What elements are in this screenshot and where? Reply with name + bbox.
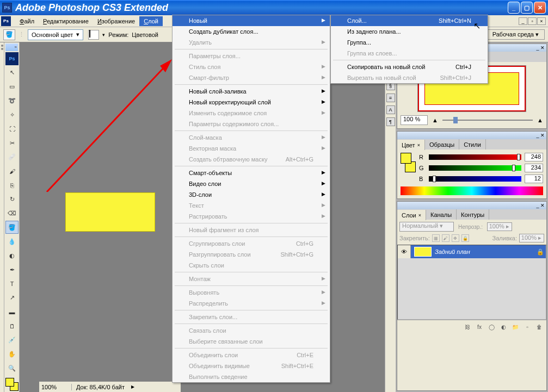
dodge-tool[interactable]: ◐ (5, 249, 19, 262)
layer-style-button[interactable]: fx (474, 322, 485, 332)
menu-item: Связать слои (173, 325, 330, 336)
pattern-swatch[interactable] (88, 30, 99, 40)
doc-close-button[interactable]: × (537, 17, 546, 25)
heal-tool[interactable]: 🩹 (5, 151, 19, 164)
path-tool[interactable]: ↗ (5, 291, 19, 304)
b-slider[interactable] (429, 176, 521, 182)
zoom-tool[interactable]: 🔍 (5, 362, 19, 375)
minimize-button[interactable]: _ (508, 2, 520, 14)
fill-input[interactable]: 100% ▸ (519, 234, 544, 242)
color-ramp[interactable] (401, 186, 543, 195)
menu-image[interactable]: Изображение (93, 16, 139, 26)
new-group-button[interactable]: 📁 (510, 322, 521, 332)
slice-tool[interactable]: ✂ (5, 136, 19, 150)
lock-position-icon[interactable]: ✥ (452, 234, 459, 242)
channels-tab[interactable]: Каналы (426, 209, 457, 220)
g-value[interactable]: 234 (525, 164, 543, 172)
wand-tool[interactable]: ✧ (5, 108, 19, 121)
pen-tool[interactable]: ✒ (5, 263, 19, 276)
new-submenu: Слой...Shift+Ctrl+NИз заднего плана...Гр… (330, 15, 488, 84)
color-panel-header[interactable]: _ ✕ (397, 132, 546, 139)
g-slider[interactable] (429, 165, 521, 171)
adjustment-layer-button[interactable]: ◐ (498, 322, 509, 332)
layers-tab[interactable]: Слои × (397, 210, 426, 220)
color-fb-swatch[interactable] (401, 153, 416, 172)
maximize-button[interactable]: ▢ (521, 2, 533, 14)
menu-file[interactable]: Файл (15, 16, 39, 26)
menu-item: Сгруппировать слоиCtrl+G (173, 238, 330, 249)
close-button[interactable]: ✕ (534, 2, 546, 14)
layer-row-background[interactable]: 👁 Задний план 🔒 (398, 245, 546, 258)
layer-name[interactable]: Задний план (435, 248, 535, 255)
workspace-button[interactable]: Рабочая среда ▾ (487, 29, 545, 40)
foreground-background-colors[interactable] (5, 378, 19, 391)
toolbox-header[interactable]: » (5, 43, 18, 51)
menu-item[interactable]: Новый▶ (173, 15, 330, 26)
menu-item[interactable]: Создать дубликат слоя... (173, 26, 330, 37)
navigator-zoom-slider[interactable] (442, 116, 533, 124)
stamp-tool[interactable]: ⎘ (5, 179, 19, 192)
blur-tool[interactable]: 💧 (5, 235, 19, 248)
menu-item[interactable]: Новый корректирующий слой▶ (173, 97, 330, 108)
history-brush-tool[interactable]: ↻ (5, 193, 19, 206)
lock-all-icon[interactable]: 🔒 (461, 234, 469, 242)
status-zoom[interactable]: 100% (39, 384, 72, 390)
type-tool[interactable]: T (5, 277, 19, 290)
layer-mask-button[interactable]: ◯ (486, 322, 497, 332)
layer-visibility-icon[interactable]: 👁 (398, 245, 411, 258)
brush-tool[interactable]: 🖌 (5, 165, 19, 178)
lock-pixels-icon[interactable]: 🖌 (442, 234, 450, 242)
menu-edit[interactable]: Редактирование (39, 16, 93, 26)
menu-item: Объединить слоиCtrl+E (173, 350, 330, 360)
move-tool[interactable]: ↖ (5, 66, 19, 79)
foreground-color[interactable] (5, 378, 14, 387)
new-layer-button[interactable]: ▫ (522, 322, 533, 332)
menu-layer[interactable]: Слой (139, 16, 163, 26)
menu-item[interactable]: Смарт-объекты▶ (173, 167, 330, 178)
panel-icon-5[interactable]: ≡ (386, 94, 395, 102)
delete-layer-button[interactable]: 🗑 (534, 322, 545, 332)
menu-item[interactable]: 3D-слои▶ (173, 189, 330, 200)
panel-icon-6[interactable]: A (386, 105, 395, 114)
layer-thumbnail[interactable] (414, 247, 432, 257)
link-layers-button[interactable]: ⛓ (462, 322, 473, 332)
notes-tool[interactable]: 🗒 (5, 320, 19, 333)
opacity-input[interactable]: 100% ▸ (487, 222, 512, 231)
navigator-zoom-input[interactable]: 100 % (401, 115, 428, 125)
color-tab[interactable]: Цвет × (397, 140, 425, 150)
layers-panel-header[interactable]: _ ✕ (397, 202, 546, 209)
menu-item[interactable]: Из заднего плана... (331, 26, 488, 37)
crop-tool[interactable]: ⛶ (5, 122, 19, 135)
eyedropper-tool[interactable]: 💉 (5, 333, 19, 346)
r-slider[interactable] (429, 154, 521, 160)
r-value[interactable]: 248 (525, 153, 543, 161)
hand-tool[interactable]: ✋ (5, 347, 19, 360)
menu-item: Выполнить сведение (173, 371, 330, 382)
b-value[interactable]: 12 (525, 175, 543, 183)
menu-item[interactable]: Новый слой-заливка▶ (173, 86, 330, 97)
menu-item[interactable]: Видео слои▶ (173, 178, 330, 189)
ps-menu-icon[interactable]: Ps (1, 16, 11, 26)
title-bar: Ps Adobe Photoshop CS3 Extended _ ▢ ✕ (0, 0, 548, 15)
lock-transparency-icon[interactable]: ▦ (432, 234, 440, 242)
shape-tool[interactable]: ▬ (5, 306, 19, 319)
panel-icon-7[interactable]: ¶ (386, 117, 395, 126)
doc-minimize-button[interactable]: _ (519, 17, 527, 25)
styles-tab[interactable]: Стили (459, 139, 486, 150)
eraser-tool[interactable]: ⌫ (5, 207, 19, 220)
menu-item: Создать обтравочную маскуAlt+Ctrl+G (173, 154, 330, 165)
blend-mode-dropdown[interactable]: Нормальный ▾ (399, 222, 454, 232)
menu-item[interactable]: Группа... (331, 37, 488, 48)
swatches-tab[interactable]: Образцы (425, 139, 459, 150)
menu-item[interactable]: Слой...Shift+Ctrl+N (331, 15, 488, 26)
fill-source-dropdown[interactable]: Основной цвет ▾ (28, 29, 83, 40)
bucket-tool[interactable]: 🪣 (5, 221, 19, 234)
doc-restore-button[interactable]: ▫ (528, 17, 537, 25)
bucket-tool-icon: 🪣 (3, 29, 15, 40)
lasso-tool[interactable]: ➰ (5, 95, 19, 108)
marquee-tool[interactable]: ▭ (5, 80, 19, 94)
paths-tab[interactable]: Контуры (457, 209, 489, 220)
menu-item[interactable]: Скопировать на новый слойCtrl+J (331, 61, 488, 72)
zoom-out-icon[interactable]: ▲ (432, 117, 438, 123)
zoom-in-icon[interactable]: ▲ (537, 117, 543, 123)
